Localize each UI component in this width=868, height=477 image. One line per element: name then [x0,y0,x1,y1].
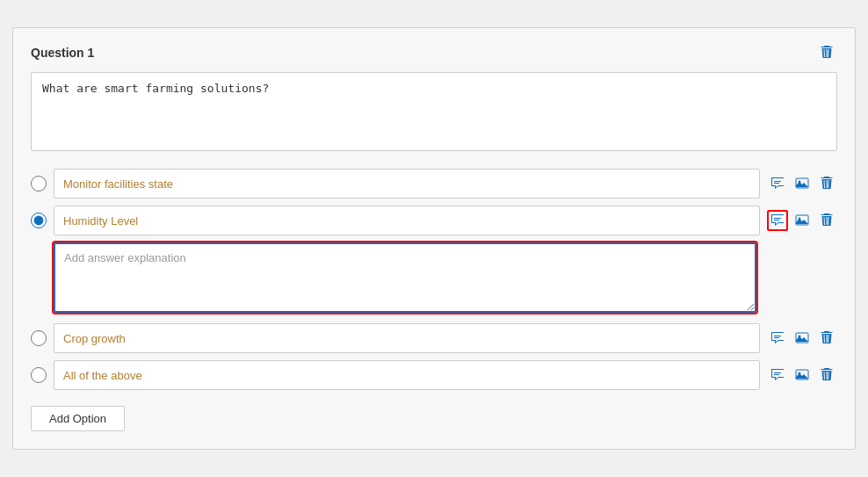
question-title: Question 1 [31,46,94,60]
option-icons-3 [767,328,837,349]
option-row-3 [31,323,837,353]
delete-icon-3[interactable] [816,328,837,349]
image-icon-2[interactable] [792,210,813,231]
trash-icon-4 [820,368,834,382]
trash-icon-1 [820,177,834,191]
option-radio-2[interactable] [31,213,47,228]
delete-icon-2[interactable] [816,210,837,231]
option-input-1[interactable] [54,169,760,199]
option-input-3[interactable] [54,323,760,353]
chat-icon-2 [770,213,785,228]
chat-icon-1 [770,177,785,191]
image-icon-1[interactable] [792,173,813,194]
image-icon-4[interactable] [792,365,813,386]
explanation-icon-1[interactable] [767,173,788,194]
delete-icon-4[interactable] [816,365,837,386]
question-delete-button[interactable] [816,42,837,63]
chat-icon-4 [770,368,785,382]
trash-icon-2 [820,213,834,228]
image-icon-1 [795,177,809,191]
trash-icon [820,46,834,60]
delete-icon-1[interactable] [816,173,837,194]
explanation-textarea-2[interactable] [54,242,756,313]
add-option-button[interactable]: Add Option [31,406,125,431]
image-icon-3 [795,331,809,345]
question-card: Question 1 What are smart farming soluti… [12,27,856,450]
question-header: Question 1 [31,42,837,63]
explanation-icon-4[interactable] [767,365,788,386]
image-icon-2 [795,213,809,228]
option-input-2[interactable] [54,206,760,235]
explanation-icon-2[interactable] [767,210,788,231]
option-input-4[interactable] [54,360,760,390]
trash-icon-3 [820,331,834,345]
option-row-2 [31,206,837,235]
option-radio-4[interactable] [31,367,47,383]
option-radio-3[interactable] [31,330,47,346]
option-row-1 [31,169,837,199]
option-icons-1 [767,173,837,194]
image-icon-3[interactable] [792,328,813,349]
option-icons-2 [767,210,837,231]
explanation-icon-3[interactable] [767,328,788,349]
explanation-wrapper-2 [54,242,837,316]
question-text-input[interactable]: What are smart farming solutions? [31,72,837,151]
option-row-4 [31,360,837,390]
image-icon-4 [795,368,809,382]
option-radio-1[interactable] [31,176,47,192]
option-icons-4 [767,365,837,386]
chat-icon-3 [770,331,785,345]
